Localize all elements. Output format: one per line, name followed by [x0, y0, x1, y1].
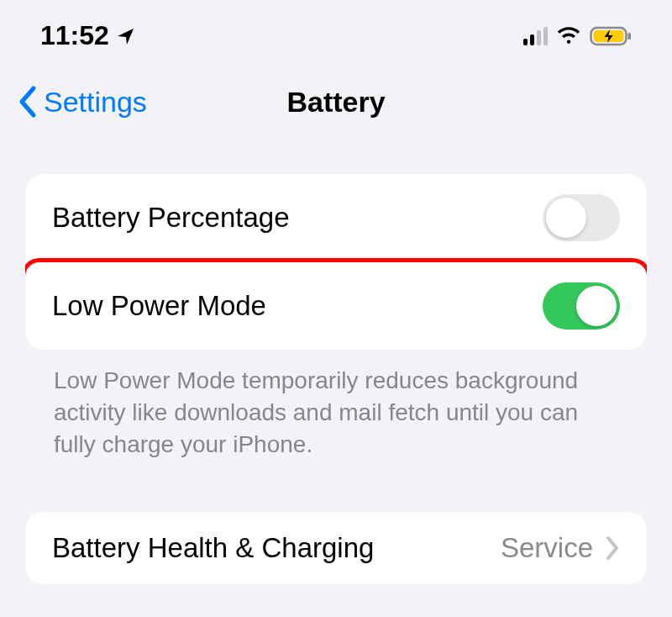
row-right: Service — [501, 532, 620, 564]
low-power-mode-toggle[interactable] — [543, 282, 620, 330]
back-button[interactable]: Settings — [17, 85, 147, 119]
status-bar: 11:52 — [0, 0, 672, 66]
battery-charging-icon — [590, 26, 632, 46]
status-time: 11:52 — [40, 20, 109, 51]
low-power-mode-label: Low Power Mode — [52, 290, 266, 322]
status-right — [523, 26, 632, 46]
chevron-left-icon — [17, 85, 40, 119]
content: Battery Percentage Low Power Mode Low Po… — [0, 140, 672, 584]
back-label: Settings — [44, 86, 147, 119]
location-icon — [116, 26, 136, 46]
wifi-icon — [556, 26, 581, 46]
nav-bar: Settings Battery — [0, 66, 672, 140]
low-power-mode-row[interactable]: Low Power Mode — [25, 258, 647, 350]
settings-group-1: Battery Percentage Low Power Mode — [25, 174, 647, 350]
battery-health-label: Battery Health & Charging — [52, 532, 374, 564]
status-left: 11:52 — [40, 20, 136, 51]
battery-percentage-toggle[interactable] — [543, 194, 620, 241]
low-power-mode-description: Low Power Mode temporarily reduces backg… — [25, 350, 647, 460]
page-title: Battery — [286, 86, 385, 119]
battery-percentage-label: Battery Percentage — [52, 202, 290, 234]
settings-group-2: Battery Health & Charging Service — [25, 512, 647, 584]
battery-health-detail: Service — [501, 532, 593, 564]
battery-percentage-row[interactable]: Battery Percentage — [25, 174, 647, 261]
toggle-knob — [546, 198, 586, 238]
battery-health-row[interactable]: Battery Health & Charging Service — [25, 512, 647, 584]
svg-rect-2 — [628, 33, 632, 40]
toggle-knob — [576, 286, 617, 326]
chevron-right-icon — [605, 535, 620, 561]
cellular-signal-icon — [523, 27, 548, 45]
